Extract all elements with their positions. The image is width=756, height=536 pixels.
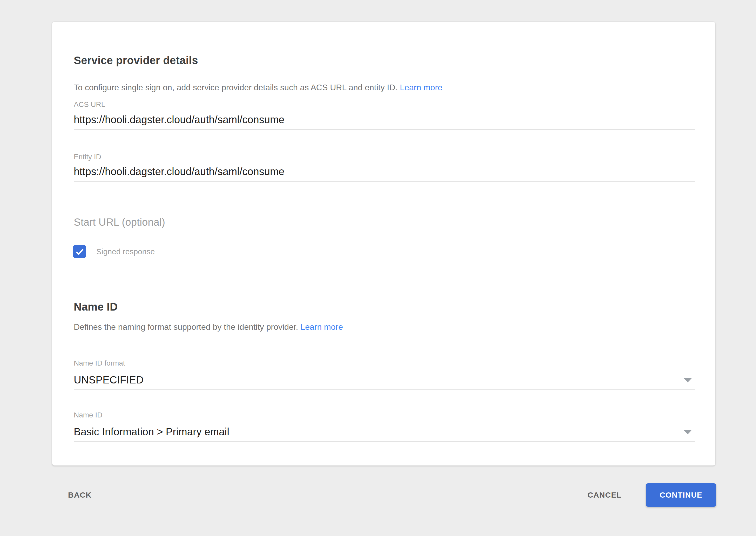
continue-button[interactable]: CONTINUE xyxy=(646,483,716,507)
name-id-format-value: UNSPECIFIED xyxy=(74,374,695,386)
chevron-down-icon xyxy=(683,430,692,434)
acs-url-label: ACS URL xyxy=(74,100,105,109)
start-url-input[interactable] xyxy=(74,217,695,232)
entity-id-input[interactable] xyxy=(74,166,695,182)
name-id-description: Defines the naming format supported by t… xyxy=(74,322,343,332)
acs-url-input[interactable] xyxy=(74,114,695,130)
back-button[interactable]: BACK xyxy=(68,489,91,501)
name-id-section-title: Name ID xyxy=(74,301,118,313)
entity-id-label: Entity ID xyxy=(74,153,101,161)
name-id-learn-more-link[interactable]: Learn more xyxy=(300,322,343,332)
name-id-value: Basic Information > Primary email xyxy=(74,426,695,438)
cancel-button[interactable]: CANCEL xyxy=(588,489,622,501)
service-provider-description: To configure single sign on, add service… xyxy=(74,83,442,92)
chevron-down-icon xyxy=(683,378,692,383)
name-id-format-label: Name ID format xyxy=(74,359,125,367)
checkmark-icon xyxy=(75,247,85,256)
name-id-description-text: Defines the naming format supported by t… xyxy=(74,322,298,332)
service-provider-card: Service provider details To configure si… xyxy=(52,21,715,466)
name-id-label: Name ID xyxy=(74,411,102,419)
signed-response-checkbox[interactable] xyxy=(73,245,86,258)
name-id-select[interactable]: Basic Information > Primary email xyxy=(74,426,695,442)
service-provider-learn-more-link[interactable]: Learn more xyxy=(400,83,442,92)
name-id-format-select[interactable]: UNSPECIFIED xyxy=(74,374,695,390)
service-provider-description-text: To configure single sign on, add service… xyxy=(74,83,397,92)
signed-response-label: Signed response xyxy=(96,247,155,256)
page-title: Service provider details xyxy=(74,54,198,67)
